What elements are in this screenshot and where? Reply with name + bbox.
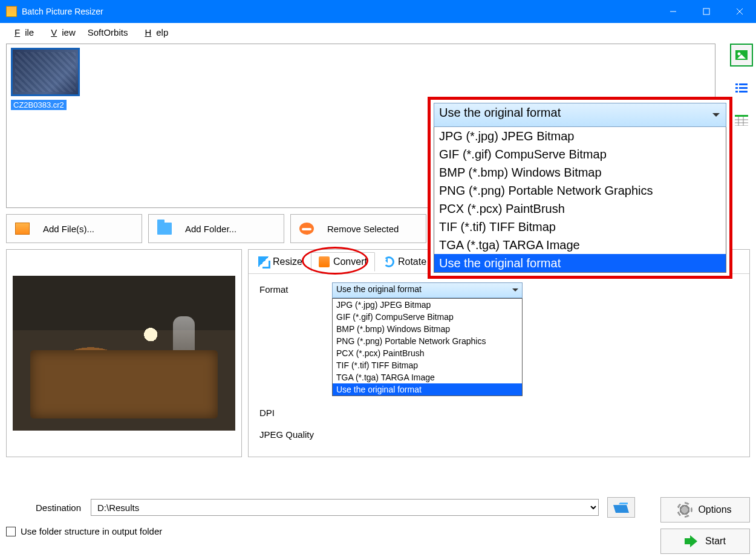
close-button[interactable] (723, 0, 756, 23)
destination-label: Destination (6, 503, 82, 513)
add-folder-label: Add Folder... (185, 224, 236, 234)
format-option[interactable]: BMP (*.bmp) Windows Bitmap (333, 323, 522, 335)
svg-marker-19 (614, 503, 628, 504)
remove-icon (299, 223, 314, 235)
browse-destination-button[interactable] (607, 497, 635, 518)
play-arrow-icon (685, 536, 698, 547)
thumbnail-filename: CZ2B0383.cr2 (11, 100, 67, 110)
convert-icon (319, 256, 330, 267)
resize-icon (258, 256, 269, 267)
view-list-button[interactable] (730, 76, 753, 99)
add-files-label: Add File(s)... (43, 224, 94, 234)
format-option[interactable]: PNG (*.png) Portable Network Graphics (333, 335, 522, 347)
view-details-button[interactable] (730, 109, 753, 132)
tab-resize[interactable]: Resize (251, 253, 310, 271)
settings-panel: Resize Convert Rotate Format Use the ori… (248, 249, 750, 457)
app-icon (6, 6, 17, 17)
dpi-label: DPI (259, 406, 332, 418)
format-label: Format (259, 282, 332, 295)
svg-rect-8 (739, 83, 748, 85)
remove-selected-button[interactable]: Remove Selected (290, 214, 426, 243)
callout-format-option[interactable]: TGA (*.tga) TARGA Image (434, 236, 726, 254)
menu-help[interactable]: Help (135, 25, 173, 39)
title-bar: Batch Picture Resizer (0, 0, 756, 23)
format-option[interactable]: TIF (*.tif) TIFF Bitmap (333, 359, 522, 371)
remove-selected-label: Remove Selected (327, 224, 399, 234)
destination-input[interactable]: D:\Results (91, 499, 599, 516)
svg-rect-12 (739, 91, 748, 93)
preview-image (13, 276, 235, 431)
format-option[interactable]: JPG (*.jpg) JPEG Bitmap (333, 299, 522, 311)
svg-rect-11 (735, 91, 738, 93)
list-icon (735, 82, 748, 93)
menu-file[interactable]: File (5, 25, 39, 39)
menu-bar: File View SoftOrbits Help (0, 23, 756, 41)
jpeg-quality-label: JPEG Quality (259, 428, 332, 440)
callout-format-dropdown[interactable]: Use the original format (434, 103, 726, 127)
callout-format-option[interactable]: PCX (*.pcx) PaintBrush (434, 200, 726, 218)
image-file-icon (15, 223, 30, 235)
grid-icon (735, 115, 748, 126)
svg-rect-1 (703, 8, 709, 15)
gear-icon (679, 504, 691, 516)
rotate-icon (383, 256, 394, 267)
maximize-button[interactable] (689, 0, 723, 23)
folder-open-icon (613, 501, 629, 514)
svg-rect-10 (739, 87, 748, 89)
start-button[interactable]: Start (660, 529, 750, 554)
callout-format-option[interactable]: Use the original format (434, 254, 726, 272)
folder-icon (157, 223, 172, 235)
format-option[interactable]: GIF (*.gif) CompuServe Bitmap (333, 311, 522, 323)
format-option[interactable]: TGA (*.tga) TARGA Image (333, 371, 522, 383)
callout-format-option[interactable]: PNG (*.png) Portable Network Graphics (434, 181, 726, 200)
thumbnail-item[interactable]: CZ2B0383.cr2 (11, 48, 83, 110)
callout-format-option[interactable]: TIF (*.tif) TIFF Bitmap (434, 218, 726, 236)
svg-point-5 (738, 53, 741, 56)
format-option[interactable]: Use the original format (333, 383, 522, 396)
tab-rotate[interactable]: Rotate (376, 253, 434, 271)
svg-marker-20 (613, 505, 629, 513)
svg-rect-13 (735, 115, 748, 117)
format-option[interactable]: PCX (*.pcx) PaintBrush (333, 347, 522, 359)
view-thumbnails-button[interactable] (730, 44, 753, 67)
add-files-button[interactable]: Add File(s)... (6, 214, 142, 243)
format-dropdown-list[interactable]: JPG (*.jpg) JPEG BitmapGIF (*.gif) Compu… (332, 298, 523, 396)
menu-view[interactable]: View (41, 25, 80, 39)
callout-format-option[interactable]: JPG (*.jpg) JPEG Bitmap (434, 127, 726, 145)
tab-convert[interactable]: Convert (311, 252, 375, 272)
add-folder-button[interactable]: Add Folder... (148, 214, 284, 243)
thumbnail-image (11, 48, 80, 96)
callout-format-option[interactable]: GIF (*.gif) CompuServe Bitmap (434, 145, 726, 163)
minimize-button[interactable] (656, 0, 689, 23)
svg-rect-7 (735, 83, 738, 85)
annotation-callout: Use the original format JPG (*.jpg) JPEG… (428, 97, 732, 279)
callout-format-option[interactable]: BMP (*.bmp) Windows Bitmap (434, 163, 726, 181)
callout-format-list[interactable]: JPG (*.jpg) JPEG BitmapGIF (*.gif) Compu… (434, 127, 726, 273)
picture-icon (735, 50, 748, 60)
use-folder-structure-label: Use folder structure in output folder (21, 526, 162, 536)
svg-rect-9 (735, 87, 738, 89)
use-folder-structure-checkbox[interactable] (6, 527, 16, 536)
window-title: Batch Picture Resizer (22, 7, 656, 16)
format-dropdown[interactable]: Use the original format (332, 282, 523, 298)
menu-softorbits[interactable]: SoftOrbits (83, 25, 133, 39)
preview-panel (6, 249, 242, 457)
options-button[interactable]: Options (660, 497, 750, 523)
